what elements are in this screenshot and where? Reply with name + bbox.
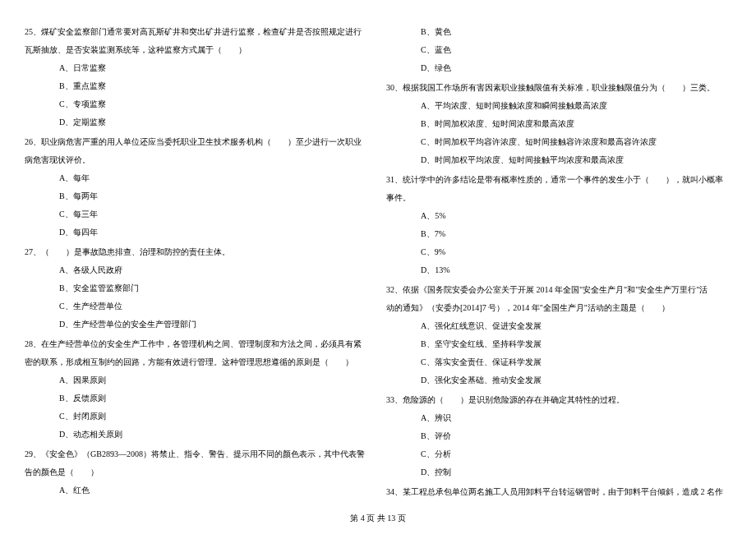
q29-text-line2: 告的颜色是（ ） bbox=[25, 463, 370, 481]
question-27: 27、（ ）是事故隐患排查、治理和防控的责任主体。 A、各级人民政府 B、安全监… bbox=[25, 243, 370, 334]
q30-option-a: A、平均浓度、短时间接触浓度和瞬间接触最高浓度 bbox=[386, 97, 731, 115]
q26-option-c: C、每三年 bbox=[25, 205, 370, 223]
q31-option-a: A、5% bbox=[386, 207, 731, 225]
q33-option-b: B、评价 bbox=[386, 427, 731, 445]
q26-option-b: B、每两年 bbox=[25, 187, 370, 205]
question-29-cont: B、黄色 C、蓝色 D、绿色 bbox=[386, 23, 731, 77]
page-footer: 第 4 页 共 13 页 bbox=[0, 513, 756, 524]
q25-text-line1: 25、煤矿安全监察部门通常要对高瓦斯矿井和突出矿井进行监察，检查矿井是否按照规定… bbox=[25, 23, 370, 41]
q26-text-line2: 病危害现状评价。 bbox=[25, 151, 370, 169]
q32-text-line2: 动的通知》（安委办[2014]7 号），2014 年"全国生产月"活动的主题是（… bbox=[386, 299, 731, 317]
q28-option-c: C、封闭原则 bbox=[25, 407, 370, 426]
q29-option-a: A、红色 bbox=[25, 481, 370, 499]
page-container: 25、煤矿安全监察部门通常要对高瓦斯矿井和突出矿井进行监察，检查矿井是否按照规定… bbox=[0, 0, 756, 503]
q31-option-b: B、7% bbox=[386, 225, 731, 243]
q25-text-line2: 瓦斯抽放、是否安装监测系统等，这种监察方式属于（ ） bbox=[25, 41, 370, 59]
q26-option-d: D、每四年 bbox=[25, 223, 370, 242]
left-column: 25、煤矿安全监察部门通常要对高瓦斯矿井和突出矿井进行监察，检查矿井是否按照规定… bbox=[25, 23, 370, 503]
q25-option-c: C、专项监察 bbox=[25, 95, 370, 113]
q28-text-line1: 28、在生产经营单位的安全生产工作中，各管理机构之间、管理制度和方法之间，必须具… bbox=[25, 335, 370, 353]
question-30: 30、根据我国工作场所有害因素职业接触限值有关标准，职业接触限值分为（ ）三类。… bbox=[386, 79, 731, 169]
question-33: 33、危险源的（ ）是识别危险源的存在并确定其特性的过程。 A、辨识 B、评价 … bbox=[386, 391, 731, 481]
q32-option-c: C、落实安全责任、保证科学发展 bbox=[386, 353, 731, 371]
q31-text-line2: 事件。 bbox=[386, 189, 731, 207]
q32-text-line1: 32、依据《国务院安委会办公室关于开展 2014 年全国"安全生产月"和"安全生… bbox=[386, 281, 731, 299]
q32-option-b: B、坚守安全红线、坚持科学发展 bbox=[386, 335, 731, 353]
q28-option-b: B、反馈原则 bbox=[25, 389, 370, 407]
q29-option-d: D、绿色 bbox=[386, 59, 731, 77]
q26-option-a: A、每年 bbox=[25, 169, 370, 187]
question-34: 34、某工程总承包单位两名施工人员用卸料平台转运钢管时，由于卸料平台倾斜，造成 … bbox=[386, 483, 731, 501]
q30-option-c: C、时间加权平均容许浓度、短时间接触容许浓度和最高容许浓度 bbox=[386, 133, 731, 151]
q30-option-d: D、时间加权平均浓度、短时间接触平均浓度和最高浓度 bbox=[386, 151, 731, 169]
q33-text: 33、危险源的（ ）是识别危险源的存在并确定其特性的过程。 bbox=[386, 391, 731, 409]
q30-option-b: B、时间加权浓度、短时间浓度和最高浓度 bbox=[386, 115, 731, 133]
question-28: 28、在生产经营单位的安全生产工作中，各管理机构之间、管理制度和方法之间，必须具… bbox=[25, 335, 370, 444]
question-25: 25、煤矿安全监察部门通常要对高瓦斯矿井和突出矿井进行监察，检查矿井是否按照规定… bbox=[25, 23, 370, 131]
q25-option-b: B、重点监察 bbox=[25, 77, 370, 95]
q27-option-d: D、生产经营单位的安全生产管理部门 bbox=[25, 315, 370, 334]
question-29: 29、《安全色》（GB2893—2008）将禁止、指令、警告、提示用不同的颜色表… bbox=[25, 445, 370, 499]
q33-option-d: D、控制 bbox=[386, 463, 731, 481]
q28-text-line2: 密的联系，形成相互制约的回路，方能有效进行管理。这种管理思想遵循的原则是（ ） bbox=[25, 353, 370, 371]
q27-option-b: B、安全监管监察部门 bbox=[25, 279, 370, 297]
q29-option-b: B、黄色 bbox=[386, 23, 731, 41]
q30-text: 30、根据我国工作场所有害因素职业接触限值有关标准，职业接触限值分为（ ）三类。 bbox=[386, 79, 731, 97]
q28-option-d: D、动态相关原则 bbox=[25, 426, 370, 444]
q33-option-a: A、辨识 bbox=[386, 409, 731, 427]
question-26: 26、职业病危害严重的用人单位还应当委托职业卫生技术服务机构（ ）至少进行一次职… bbox=[25, 133, 370, 242]
question-31: 31、统计学中的许多结论是带有概率性质的，通常一个事件的发生小于（ ），就叫小概… bbox=[386, 171, 731, 279]
q32-option-d: D、强化安全基础、推动安全发展 bbox=[386, 371, 731, 389]
q29-option-c: C、蓝色 bbox=[386, 41, 731, 59]
q25-option-d: D、定期监察 bbox=[25, 113, 370, 131]
q34-text: 34、某工程总承包单位两名施工人员用卸料平台转运钢管时，由于卸料平台倾斜，造成 … bbox=[386, 483, 731, 501]
q27-option-c: C、生产经营单位 bbox=[25, 297, 370, 315]
q28-option-a: A、因果原则 bbox=[25, 371, 370, 389]
q26-text-line1: 26、职业病危害严重的用人单位还应当委托职业卫生技术服务机构（ ）至少进行一次职… bbox=[25, 133, 370, 151]
q33-option-c: C、分析 bbox=[386, 445, 731, 463]
q31-option-c: C、9% bbox=[386, 243, 731, 261]
q31-option-d: D、13% bbox=[386, 261, 731, 279]
q29-text-line1: 29、《安全色》（GB2893—2008）将禁止、指令、警告、提示用不同的颜色表… bbox=[25, 445, 370, 463]
q27-text: 27、（ ）是事故隐患排查、治理和防控的责任主体。 bbox=[25, 243, 370, 261]
q31-text-line1: 31、统计学中的许多结论是带有概率性质的，通常一个事件的发生小于（ ），就叫小概… bbox=[386, 171, 731, 189]
right-column: B、黄色 C、蓝色 D、绿色 30、根据我国工作场所有害因素职业接触限值有关标准… bbox=[386, 23, 731, 503]
q32-option-a: A、强化红线意识、促进安全发展 bbox=[386, 317, 731, 335]
question-32: 32、依据《国务院安委会办公室关于开展 2014 年全国"安全生产月"和"安全生… bbox=[386, 281, 731, 389]
q25-option-a: A、日常监察 bbox=[25, 59, 370, 77]
q27-option-a: A、各级人民政府 bbox=[25, 261, 370, 279]
